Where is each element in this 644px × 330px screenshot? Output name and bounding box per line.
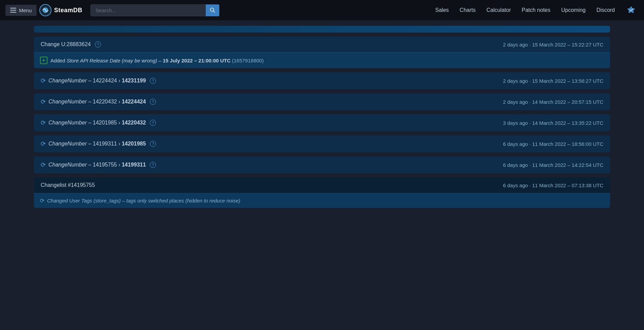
change-number-icon-14195755: ⟳ <box>41 161 46 169</box>
change-number-text-14199311: ChangeNumber – 14199311 › 14201985 <box>48 141 146 147</box>
change-number-title-14199311: ⟳ ChangeNumber – 14199311 › 14201985 ? <box>41 140 156 148</box>
nav-patchnotes[interactable]: Patch notes <box>517 4 555 16</box>
changelist-body-text: Changed User Tags (store_tags) – tags on… <box>47 198 240 203</box>
steamdb-logo-icon <box>39 4 52 16</box>
change-u-label: Change U:28883624 <box>41 41 91 47</box>
change-number-text-14220432: ChangeNumber – 14220432 › 14224424 <box>48 99 146 105</box>
menu-button[interactable]: Menu <box>5 5 37 16</box>
logo-link[interactable]: SteamDB <box>39 4 83 16</box>
added-icon: + <box>40 57 47 64</box>
info-icon-14195755[interactable]: ? <box>150 162 156 168</box>
nav-sales[interactable]: Sales <box>430 4 454 16</box>
menu-label: Menu <box>19 7 32 13</box>
change-timestamp-14199311: 6 days ago · 11 March 2022 – 18:56:00 UT… <box>503 141 603 147</box>
info-icon-14220432[interactable]: ? <box>150 99 156 105</box>
changelist-body-icon: ⟳ <box>40 197 44 204</box>
nav-links: Sales Charts Calculator Patch notes Upco… <box>430 2 639 18</box>
change-number-title-14201985: ⟳ ChangeNumber – 14201985 › 14220432 ? <box>41 119 156 127</box>
change-timestamp-14195755: 6 days ago · 11 March 2022 – 14:22:54 UT… <box>503 162 603 168</box>
changelist-header-14195755: Changelist #14195755 6 days ago · 11 Mar… <box>34 177 610 193</box>
changelist-body-14195755: ⟳ Changed User Tags (store_tags) – tags … <box>34 193 610 208</box>
change-body-u28883624: + Added Store API Release Date (may be w… <box>34 52 610 68</box>
change-header-u28883624: Change U:28883624 ? 2 days ago · 15 Marc… <box>34 37 610 52</box>
change-row-14199311: ⟳ ChangeNumber – 14199311 › 14201985 ? 6… <box>34 135 610 152</box>
hamburger-icon <box>10 8 16 13</box>
search-wrapper <box>90 4 219 16</box>
info-icon-14199311[interactable]: ? <box>150 141 156 147</box>
info-icon-14201985[interactable]: ? <box>150 120 156 126</box>
nav-charts[interactable]: Charts <box>455 4 480 16</box>
change-row-14201985: ⟳ ChangeNumber – 14201985 › 14220432 ? 3… <box>34 114 610 131</box>
nav-calculator[interactable]: Calculator <box>482 4 516 16</box>
changelist-title-14195755: Changelist #14195755 <box>41 182 95 188</box>
change-number-icon-14220432: ⟳ <box>41 98 46 105</box>
change-number-text-14201985: ChangeNumber – 14201985 › 14220432 <box>48 120 146 126</box>
badge-icon <box>626 5 636 15</box>
change-row-14224424: ⟳ ChangeNumber – 14224424 › 14231199 ? 2… <box>34 72 610 89</box>
logo-text: SteamDB <box>54 7 83 14</box>
change-number-text-14195755: ChangeNumber – 14195755 › 14199311 <box>48 162 146 168</box>
search-input[interactable] <box>90 4 219 16</box>
navbar: Menu SteamDB Sales Charts Calculator Pat… <box>0 0 644 20</box>
change-group-u28883624: Change U:28883624 ? 2 days ago · 15 Marc… <box>34 37 610 68</box>
change-timestamp-14224424: 2 days ago · 15 March 2022 – 13:56:27 UT… <box>503 78 603 84</box>
badge-button[interactable] <box>624 2 639 18</box>
added-text: Added Store API Release Date (may be wro… <box>51 58 264 63</box>
change-number-title-14224424: ⟳ ChangeNumber – 14224424 › 14231199 ? <box>41 77 156 84</box>
changelist-timestamp-14195755: 6 days ago · 11 March 2022 – 07:13:38 UT… <box>503 182 603 188</box>
change-timestamp-14220432: 2 days ago · 14 March 2022 – 20:57:15 UT… <box>503 99 603 105</box>
nav-discord[interactable]: Discord <box>592 4 620 16</box>
info-icon-14224424[interactable]: ? <box>150 78 156 84</box>
change-number-icon-14201985: ⟳ <box>41 119 46 127</box>
info-icon-u28883624[interactable]: ? <box>95 41 101 47</box>
nav-upcoming[interactable]: Upcoming <box>557 4 590 16</box>
change-timestamp-14201985: 3 days ago · 14 March 2022 – 13:35:22 UT… <box>503 120 603 126</box>
change-row-14220432: ⟳ ChangeNumber – 14220432 › 14224424 ? 2… <box>34 93 610 110</box>
change-number-title-14195755: ⟳ ChangeNumber – 14195755 › 14199311 ? <box>41 161 156 169</box>
content-area: Change U:28883624 ? 2 days ago · 15 Marc… <box>0 20 644 217</box>
partial-top-row <box>34 26 610 33</box>
change-title-u28883624: Change U:28883624 ? <box>41 41 101 47</box>
search-icon <box>210 7 215 13</box>
change-number-icon-14224424: ⟳ <box>41 77 46 84</box>
changelist-14195755: Changelist #14195755 6 days ago · 11 Mar… <box>34 177 610 208</box>
search-button[interactable] <box>206 4 219 16</box>
change-number-title-14220432: ⟳ ChangeNumber – 14220432 › 14224424 ? <box>41 98 156 105</box>
change-number-icon-14199311: ⟳ <box>41 140 46 148</box>
svg-line-3 <box>214 11 215 13</box>
change-number-text-14224424: ChangeNumber – 14224424 › 14231199 <box>48 78 146 84</box>
change-timestamp-u28883624: 2 days ago · 15 March 2022 – 15:22:27 UT… <box>503 42 603 47</box>
change-row-14195755-num: ⟳ ChangeNumber – 14195755 › 14199311 ? 6… <box>34 156 610 173</box>
